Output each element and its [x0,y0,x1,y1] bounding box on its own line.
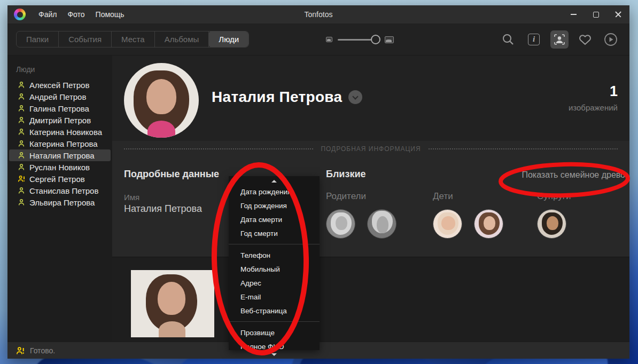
photos-section [112,257,629,342]
sidebar-item-label: Руслан Новиков [29,163,90,172]
menu-item-nickname[interactable]: Прозвище [229,326,320,339]
thumbnail-large-icon [385,36,394,43]
minimize-icon [571,14,577,15]
field-label: Имя [124,193,219,202]
group-label: Супруги [537,191,571,202]
person-icon [18,81,25,89]
sidebar-item-label: Наталия Петрова [29,151,95,160]
avatar-art [484,216,495,230]
avatar-spouse[interactable] [537,209,566,239]
minimize-button[interactable] [562,5,585,23]
avatar-child-2[interactable] [474,209,503,239]
family-tree-link[interactable]: Показать семейное древо [522,170,625,180]
tab-folders[interactable]: Папки [17,31,59,47]
relatives-group-parents: Родители [326,191,396,239]
menu-help[interactable]: Помощь [90,5,130,23]
favorites-button[interactable] [576,30,594,49]
search-button[interactable] [499,30,517,49]
avatar-parent-2[interactable] [367,209,396,239]
menu-item-death-date[interactable]: Дата смерти [229,212,320,226]
sidebar-item[interactable]: Руслан Новиков [9,161,111,173]
avatar-parent-1[interactable] [326,209,355,239]
sidebar-item[interactable]: Дмитрий Петров [9,114,111,126]
detail-field: Имя Наталия Петрова [124,193,219,215]
search-icon [501,33,515,46]
image-count-label: изображений [569,103,618,112]
avatar-art [147,121,175,138]
person-icon [18,140,25,147]
divider-dots [429,148,618,149]
tab-events[interactable]: События [59,31,112,47]
sidebar-item-label: Сергей Петров [29,175,85,184]
scroll-up-icon[interactable] [271,180,277,183]
tab-places[interactable]: Места [112,31,155,47]
avatar-art [547,216,558,230]
sidebar-item-selected[interactable]: Наталия Петрова [9,149,111,161]
photo-thumbnail[interactable] [131,270,214,337]
maximize-button[interactable] [585,5,607,23]
heart-icon [578,33,592,46]
profile-avatar[interactable] [124,63,199,138]
view-tabs: Папки События Места Альбомы Люди [16,31,249,48]
app-logo-icon [14,9,26,20]
person-icon [18,116,25,124]
sidebar-item-label: Эльвира Петрова [29,198,95,207]
tab-albums[interactable]: Альбомы [155,31,209,47]
avatar-child-1[interactable] [433,209,462,239]
menu-separator [229,244,320,244]
close-button[interactable] [607,5,629,23]
info-icon: i [528,34,540,45]
sidebar-item-warning[interactable]: Сергей Петров [9,173,111,185]
menu-file[interactable]: Файл [33,5,62,23]
person-icon [18,105,25,112]
person-warning-icon [16,346,25,355]
menu-item-email[interactable]: E-mail [229,290,320,304]
sidebar-item-label: Станислав Петров [29,186,98,195]
sidebar-item[interactable]: Катерина Петрова [9,138,111,149]
avatar-art [336,216,347,230]
menu-item-mobile[interactable]: Мобильный [229,262,320,276]
sidebar-item[interactable]: Алексей Петров [9,79,111,91]
zoom-slider[interactable] [338,35,379,44]
menu-item-phone[interactable]: Телефон [229,248,320,262]
menu-item-full-name[interactable]: Полное ФИО [229,339,320,353]
menu-item-birth-date[interactable]: Дата рождения [229,185,320,199]
avatar-art [377,216,388,233]
people-view-button[interactable] [550,30,569,49]
menu-photo[interactable]: Фото [62,5,90,23]
person-icon [18,152,25,159]
menu-item-birth-year[interactable]: Год рождения [229,199,320,212]
zoom-slider-knob[interactable] [371,35,380,44]
field-dropdown-menu: Дата рождения Год рождения Дата смерти Г… [229,176,320,350]
sidebar-item-label: Катерина Петрова [29,139,98,148]
details-title: Подробные данные [124,169,219,180]
tab-people[interactable]: Люди [208,31,249,48]
sidebar-item[interactable]: Станислав Петров [9,185,111,196]
scroll-down-icon[interactable] [271,353,277,356]
sidebar-item[interactable]: Андрей Петров [9,91,111,102]
sidebar-item[interactable]: Галина Петрова [9,102,111,114]
field-value[interactable]: Наталия Петрова [124,203,219,215]
relatives-title: Близкие [326,169,365,180]
person-icon [18,163,25,171]
person-icon [18,199,25,206]
menu-item-death-year[interactable]: Год смерти [229,226,320,240]
title-bar: Файл Фото Помощь Tonfotos [7,5,629,23]
sidebar-item[interactable]: Эльвира Петрова [9,196,111,208]
people-sidebar: Люди Алексей Петров Андрей Петров Галина… [7,56,112,342]
info-button[interactable]: i [525,30,543,49]
slideshow-button[interactable] [602,30,620,49]
profile-header: Наталия Петрова 1 изображений [112,56,629,141]
sidebar-item[interactable]: Катерина Новикова [9,126,111,138]
menu-item-address[interactable]: Адрес [229,276,320,290]
name-dropdown-button[interactable] [348,90,362,104]
avatar-art [146,79,176,114]
desktop-wallpaper: Файл Фото Помощь Tonfotos Папки События … [0,0,638,364]
relatives-group-children: Дети [433,191,503,239]
menu-item-webpage[interactable]: Веб-страница [229,304,320,318]
person-warning-icon [18,175,25,183]
face-detect-icon [553,33,566,46]
main-panel: Наталия Петрова 1 изображений ПОДРОБНАЯ … [112,56,629,342]
person-icon [18,187,25,194]
maximize-icon [593,12,599,18]
